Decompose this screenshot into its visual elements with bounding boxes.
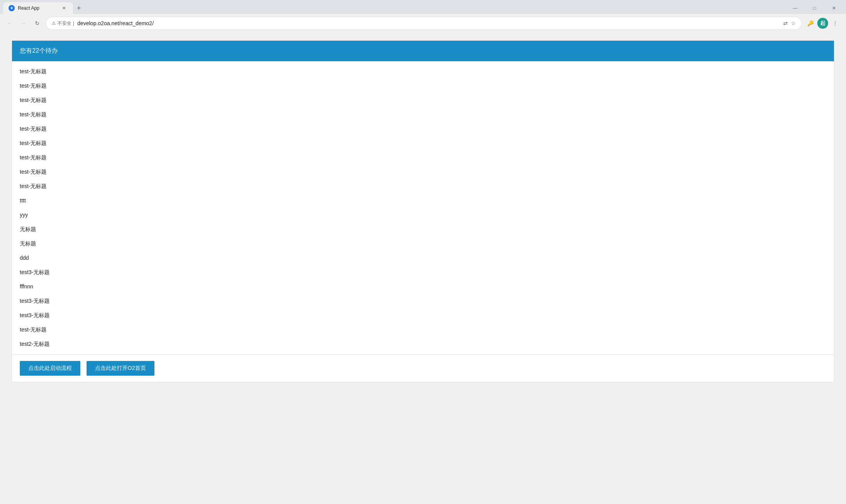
key-icon[interactable]: 🔑	[805, 18, 816, 29]
forward-button[interactable]: →	[18, 18, 29, 29]
task-item[interactable]: fffnnn	[12, 280, 834, 294]
tab-close-button[interactable]: ✕	[61, 5, 68, 12]
tab-title: React App	[18, 5, 39, 11]
omnibox-actions: ⇄ ☆	[783, 20, 796, 26]
task-item[interactable]: test-无标题	[12, 64, 834, 79]
security-icon: ⚠	[52, 21, 56, 26]
task-item[interactable]: test-无标题	[12, 323, 834, 337]
task-item[interactable]: test-无标题	[12, 107, 834, 122]
open-o2-button[interactable]: 点击此处打开O2首页	[87, 361, 154, 376]
browser-actions: 🔑 起 ⋮	[805, 18, 842, 29]
banner-text: 您有22个待办	[20, 47, 58, 54]
task-item[interactable]: test-无标题	[12, 165, 834, 179]
address-bar: ← → ↻ ⚠ 不安全 | develop.o2oa.net/react_dem…	[0, 14, 846, 33]
active-tab[interactable]: ⚛ React App ✕	[3, 2, 73, 14]
browser-chrome: ⚛ React App ✕ + — □ ✕ ← → ↻ ⚠ 不安全 | deve…	[0, 0, 846, 33]
task-item[interactable]: 无标题	[12, 222, 834, 236]
task-item[interactable]: tttt	[12, 193, 834, 208]
task-item[interactable]: test-无标题	[12, 122, 834, 136]
app-container: 您有22个待办 test-无标题test-无标题test-无标题test-无标题…	[12, 40, 834, 382]
task-item[interactable]: test3-无标题	[12, 308, 834, 323]
translate-icon[interactable]: ⇄	[783, 20, 788, 26]
task-item[interactable]: test-无标题	[12, 136, 834, 150]
tab-area: ⚛ React App ✕ +	[3, 2, 85, 14]
task-item[interactable]: test3-无标题	[12, 265, 834, 280]
maximize-button[interactable]: □	[806, 3, 823, 14]
back-button[interactable]: ←	[4, 18, 15, 29]
security-indicator: ⚠ 不安全 |	[52, 20, 74, 27]
task-item[interactable]: test-无标题	[12, 93, 834, 107]
reload-button[interactable]: ↻	[32, 18, 43, 29]
task-item[interactable]: yyy	[12, 208, 834, 222]
title-bar: ⚛ React App ✕ + — □ ✕	[0, 0, 846, 14]
task-item[interactable]: 无标题	[12, 236, 834, 251]
task-item[interactable]: ddd	[12, 251, 834, 265]
url-text[interactable]: develop.o2oa.net/react_demo2/	[77, 20, 780, 26]
task-item[interactable]: test-无标题	[12, 179, 834, 193]
banner: 您有22个待办	[12, 41, 834, 61]
start-workflow-button[interactable]: 点击此处启动流程	[20, 361, 80, 376]
task-item[interactable]: test-无标题	[12, 150, 834, 165]
omnibox[interactable]: ⚠ 不安全 | develop.o2oa.net/react_demo2/ ⇄ …	[46, 17, 802, 30]
minimize-button[interactable]: —	[786, 3, 804, 14]
separator: |	[73, 21, 74, 26]
bookmark-icon[interactable]: ☆	[791, 20, 796, 26]
task-item[interactable]: test-无标题	[12, 79, 834, 93]
menu-button[interactable]: ⋮	[830, 18, 841, 29]
footer-buttons: 点击此处启动流程 点击此处打开O2首页	[12, 354, 834, 382]
window-controls: — □ ✕	[786, 3, 843, 14]
task-item[interactable]: test2-无标题	[12, 337, 834, 351]
close-button[interactable]: ✕	[825, 3, 843, 14]
task-item[interactable]: test3-无标题	[12, 294, 834, 308]
security-text: 不安全	[57, 20, 71, 27]
new-tab-button[interactable]: +	[73, 2, 85, 14]
task-list: test-无标题test-无标题test-无标题test-无标题test-无标题…	[12, 61, 834, 354]
profile-button[interactable]: 起	[817, 18, 828, 29]
tab-favicon: ⚛	[9, 5, 15, 11]
main-content: 您有22个待办 test-无标题test-无标题test-无标题test-无标题…	[0, 33, 846, 504]
